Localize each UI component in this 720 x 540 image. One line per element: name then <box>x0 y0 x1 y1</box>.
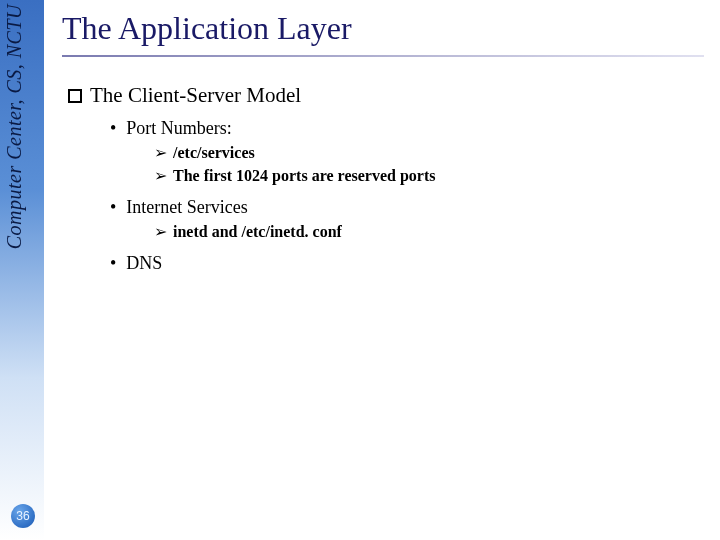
outline-level3-item: ➢/etc/services <box>154 143 704 162</box>
square-bullet-icon <box>68 89 82 103</box>
level3-text: /etc/services <box>173 144 255 161</box>
level1-text: The Client-Server Model <box>90 83 301 107</box>
slide-title: The Application Layer <box>62 10 704 53</box>
level3-text: inetd and /etc/inetd. conf <box>173 223 342 240</box>
level2-text: Internet Services <box>126 197 247 217</box>
outline-level2-item: •DNS <box>110 253 704 274</box>
dot-bullet-icon: • <box>110 253 116 274</box>
arrow-bullet-icon: ➢ <box>154 222 167 241</box>
slide: Computer Center, CS, NCTU 36 The Applica… <box>0 0 720 540</box>
outline-level3-item: ➢inetd and /etc/inetd. conf <box>154 222 704 241</box>
outline-level3-item: ➢The first 1024 ports are reserved ports <box>154 166 704 185</box>
title-underline <box>62 55 704 57</box>
content-area: The Application Layer The Client-Server … <box>62 10 704 276</box>
outline-level2-item: •Internet Services <box>110 197 704 218</box>
dot-bullet-icon: • <box>110 197 116 218</box>
arrow-bullet-icon: ➢ <box>154 143 167 162</box>
page-number-badge: 36 <box>11 504 35 528</box>
outline-level2-item: •Port Numbers: <box>110 118 704 139</box>
level2-text: Port Numbers: <box>126 118 232 138</box>
arrow-bullet-icon: ➢ <box>154 166 167 185</box>
sidebar-gradient: Computer Center, CS, NCTU <box>0 0 44 540</box>
dot-bullet-icon: • <box>110 118 116 139</box>
level3-text: The first 1024 ports are reserved ports <box>173 167 435 184</box>
level2-text: DNS <box>126 253 162 273</box>
sidebar-institution-label: Computer Center, CS, NCTU <box>3 4 26 249</box>
outline-level1: The Client-Server Model <box>68 83 704 108</box>
